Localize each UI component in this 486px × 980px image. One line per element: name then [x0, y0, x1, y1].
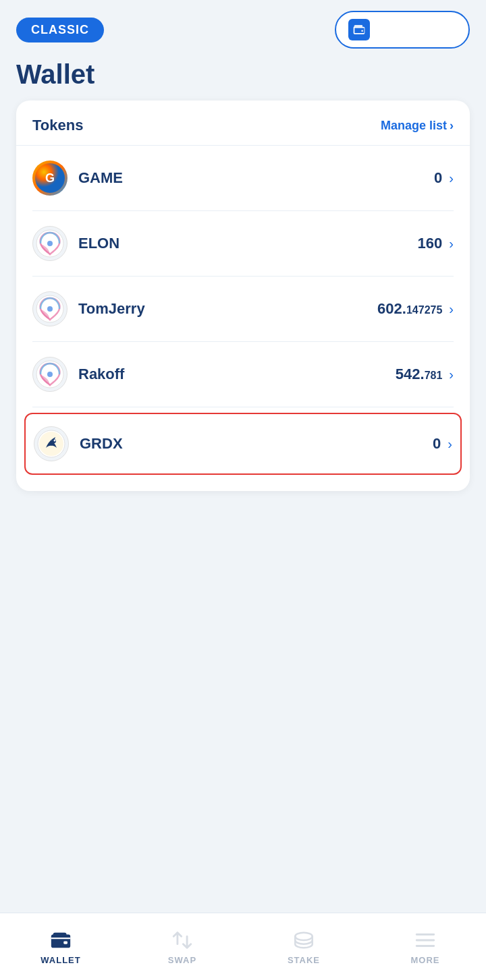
svg-rect-13: [63, 941, 68, 944]
nav-wallet-label: WALLET: [40, 955, 80, 965]
token-name-tomjerry: TomJerry: [78, 300, 377, 318]
token-amount-rakoff: 542.781: [396, 366, 443, 383]
token-row-grdx[interactable]: GRDX 0 ›: [24, 413, 462, 475]
token-row-rakoff[interactable]: Rakoff 542.781 ›: [32, 342, 454, 407]
card-header: Tokens Manage list ›: [32, 117, 454, 134]
bottom-navigation: WALLET SWAP STAKE: [0, 913, 486, 980]
token-name-rakoff: Rakoff: [78, 366, 396, 383]
token-amount-game: 0: [434, 169, 442, 187]
page-title: Wallet: [0, 57, 486, 100]
token-logo-rakoff: [32, 357, 68, 392]
game-logo-svg: G: [35, 163, 65, 193]
svg-point-7: [47, 372, 53, 377]
nav-item-more[interactable]: MORE: [364, 928, 486, 965]
manage-list-button[interactable]: Manage list ›: [381, 119, 454, 133]
token-name-elon: ELON: [78, 235, 418, 252]
token-row-arrow-grdx: ›: [448, 436, 452, 452]
token-row-arrow-tomjerry: ›: [449, 301, 454, 317]
elon-logo-svg: [35, 229, 65, 258]
nav-stake-icon: [292, 928, 316, 952]
nav-swap-icon: [170, 928, 194, 952]
token-decimal-tomjerry: 147275: [406, 304, 442, 316]
token-row-elon[interactable]: ELON 160 ›: [32, 211, 454, 277]
token-amount-elon: 160: [418, 235, 443, 252]
token-name-game: GAME: [78, 169, 434, 187]
nav-swap-label: SWAP: [168, 955, 196, 965]
token-logo-game: G: [32, 161, 68, 196]
svg-point-14: [295, 933, 313, 940]
token-logo-elon: [32, 226, 68, 261]
token-amount-grdx: 0: [433, 435, 441, 453]
wallet-icon: [348, 19, 370, 40]
token-row-tomjerry[interactable]: TomJerry 602.147275 ›: [32, 277, 454, 342]
token-amount-tomjerry: 602.147275: [377, 300, 442, 318]
svg-rect-12: [51, 935, 70, 948]
svg-text:G: G: [45, 171, 55, 185]
token-row-arrow-game: ›: [449, 171, 454, 186]
wallet-svg-icon: [352, 23, 366, 36]
grdx-logo-svg: [36, 429, 66, 459]
nav-wallet-icon: [49, 928, 73, 952]
tokens-card: Tokens Manage list › G GAME 0 ›: [16, 100, 470, 491]
token-row-arrow-elon: ›: [449, 236, 454, 252]
nav-item-swap[interactable]: SWAP: [122, 928, 243, 965]
token-logo-grdx: [34, 426, 69, 461]
nav-more-icon: [413, 928, 437, 952]
manage-list-arrow-icon: ›: [450, 119, 454, 133]
token-logo-tomjerry: [32, 291, 68, 326]
wallet-connect-button[interactable]: [335, 11, 470, 49]
classic-badge: CLASSIC: [16, 18, 104, 42]
tokens-label: Tokens: [32, 117, 83, 134]
svg-point-3: [47, 241, 53, 246]
nav-more-label: MORE: [411, 955, 440, 965]
token-row-arrow-rakoff: ›: [449, 367, 454, 382]
header: CLASSIC: [0, 0, 486, 57]
nav-item-stake[interactable]: STAKE: [243, 928, 364, 965]
token-decimal-rakoff: 781: [425, 370, 443, 381]
svg-point-11: [54, 440, 56, 442]
token-name-grdx: GRDX: [80, 435, 433, 453]
tomjerry-logo-svg: [35, 294, 65, 324]
rakoff-logo-svg: [35, 359, 65, 389]
nav-stake-label: STAKE: [288, 955, 320, 965]
nav-item-wallet[interactable]: WALLET: [0, 928, 122, 965]
svg-point-5: [47, 306, 53, 312]
token-row-game[interactable]: G GAME 0 ›: [32, 146, 454, 211]
